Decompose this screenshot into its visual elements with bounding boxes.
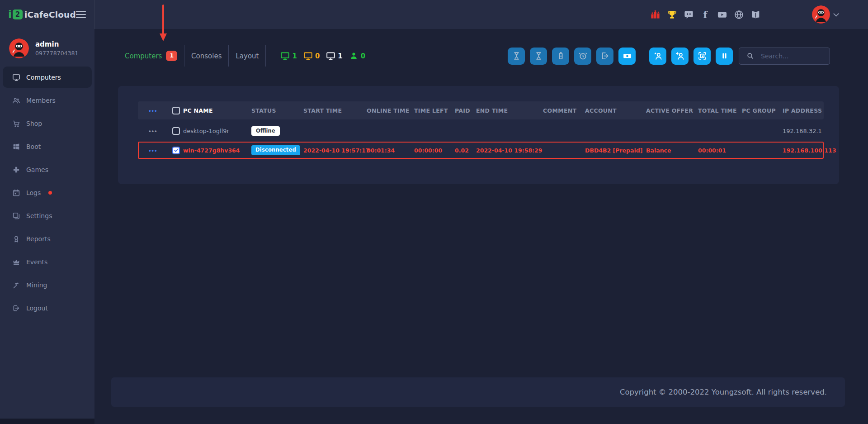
sidebar-item-label: Boot — [26, 143, 41, 150]
client-frame-button[interactable] — [693, 48, 711, 65]
search-box — [739, 48, 830, 65]
sidebar-item-mining[interactable]: Mining — [3, 274, 92, 295]
award-icon — [12, 235, 20, 243]
status-badge: Offline — [251, 126, 280, 136]
user-id: 097778704381 — [35, 50, 78, 57]
sidebar-item-logs[interactable]: Logs — [3, 182, 92, 203]
add-member-star-button[interactable] — [649, 48, 666, 65]
total-time: 00:00:01 — [693, 147, 737, 154]
tab-label: Consoles — [191, 52, 222, 60]
tab-consoles[interactable]: Consoles — [184, 45, 228, 67]
add-member-plus-button[interactable] — [671, 48, 689, 65]
sidebar-item-boot[interactable]: Boot — [3, 136, 92, 157]
computers-count-badge: 1 — [166, 51, 177, 61]
copyright-text: Copyright © 2000-2022 Youngzsoft. All ri… — [620, 388, 827, 396]
layers-icon — [12, 212, 20, 220]
monitor-white-icon — [326, 51, 335, 61]
sidebar-item-label: Mining — [26, 281, 47, 289]
sidebar-item-computers[interactable]: Computers — [3, 67, 92, 88]
youtube-icon[interactable] — [717, 9, 727, 20]
cash-button[interactable] — [618, 48, 636, 65]
top-header: i 2 iCafeCloud f — [0, 0, 868, 29]
sidebar-item-settings[interactable]: Settings — [3, 205, 92, 226]
sidebar-item-label: Shop — [26, 120, 42, 127]
tab-layout[interactable]: Layout — [229, 45, 265, 67]
sidebar-item-label: Logout — [26, 305, 48, 312]
notification-dot — [48, 191, 52, 195]
sidebar-item-members[interactable]: Members — [3, 90, 92, 111]
facebook-icon[interactable]: f — [700, 9, 711, 20]
pcs-busy-counter: 0 — [303, 51, 320, 61]
table-header-row: ••• PC NAME STATUS START TIME ONLINE TIM… — [138, 101, 824, 119]
discord-icon[interactable] — [683, 9, 694, 20]
sidebar-item-logout[interactable]: Logout — [3, 297, 92, 319]
tab-computers[interactable]: Computers 1 — [118, 45, 184, 67]
sidebar-item-reports[interactable]: Reports — [3, 228, 92, 249]
end-time: 2022-04-10 19:58:29 — [471, 147, 538, 154]
column-header: STATUS — [246, 107, 298, 114]
sidebar: admin 097778704381 Computers Members Sho… — [0, 29, 94, 424]
guide-book-icon[interactable] — [750, 9, 761, 20]
search-icon[interactable] — [739, 48, 761, 64]
column-header: COMMENT — [538, 107, 580, 114]
trophy-icon[interactable] — [666, 9, 677, 20]
column-header: IP ADDRESS — [778, 107, 824, 114]
alarm-button[interactable] — [574, 48, 591, 65]
ranking-icon[interactable] — [650, 9, 660, 20]
row-actions-button[interactable]: ••• — [149, 147, 158, 154]
checkmark-icon — [174, 148, 179, 153]
active-offer: Balance — [641, 147, 693, 154]
row-actions-button[interactable]: ••• — [149, 128, 158, 134]
brand-area: i 2 iCafeCloud — [0, 0, 94, 29]
cart-icon — [12, 119, 20, 128]
ip-address: 192.168.32.1 — [778, 128, 824, 134]
tab-label: Computers — [125, 52, 162, 60]
column-header: END TIME — [471, 107, 538, 114]
select-all-checkbox[interactable] — [172, 107, 180, 114]
sidebar-item-label: Reports — [26, 235, 51, 243]
logo-i-glyph: i — [8, 9, 12, 20]
globe-icon[interactable] — [733, 9, 744, 20]
logo-text: iCafeCloud — [24, 10, 76, 19]
gamepad-icon — [12, 166, 20, 174]
logout-icon — [12, 304, 20, 312]
hourglass-2-button[interactable] — [530, 48, 547, 65]
row-checkbox-checked[interactable] — [172, 147, 180, 154]
checkout-button[interactable] — [596, 48, 613, 65]
sidebar-bottom-strip — [0, 419, 94, 424]
table-row[interactable]: ••• desktop-1ogll9r Offline 192.168.32.1 — [138, 123, 824, 139]
menu-toggle-button[interactable] — [76, 9, 86, 20]
user-green-icon — [349, 51, 359, 61]
user-avatar — [812, 5, 830, 24]
app-logo[interactable]: i 2 iCafeCloud — [8, 9, 76, 20]
monitor-amber-icon — [303, 51, 313, 61]
user-menu[interactable] — [812, 5, 838, 24]
ip-address: 192.168.100.113 — [778, 147, 824, 154]
pc-name: desktop-1ogll9r — [183, 128, 229, 134]
column-header: TOTAL TIME — [693, 107, 737, 114]
status-badge: Disconnected — [251, 145, 300, 155]
hourglass-button[interactable] — [508, 48, 525, 65]
calendar-icon — [12, 189, 20, 197]
pc-name: win-4727g8hv364 — [183, 147, 240, 154]
column-header: ONLINE TIME — [362, 107, 409, 114]
toolbar — [503, 48, 830, 65]
sidebar-nav: Computers Members Shop Boot Games Logs S… — [0, 67, 94, 319]
annotation-arrow — [160, 5, 167, 43]
sidebar-item-shop[interactable]: Shop — [3, 113, 92, 134]
sidebar-item-label: Events — [26, 258, 47, 266]
pause-button[interactable] — [716, 48, 733, 65]
sidebar-item-games[interactable]: Games — [3, 159, 92, 180]
time-left: 00:00:00 — [409, 147, 450, 154]
account: DBD4B2 [Prepaid] — [580, 147, 641, 154]
search-input[interactable] — [761, 52, 830, 60]
monitor-icon — [12, 73, 20, 81]
table-row-highlighted[interactable]: ••• win-4727g8hv364 Disconnected 2022-04… — [138, 142, 824, 159]
battery-button[interactable] — [552, 48, 569, 65]
row-checkbox[interactable] — [172, 127, 180, 135]
bulk-actions-button[interactable]: ••• — [149, 107, 158, 114]
sidebar-item-events[interactable]: Events — [3, 251, 92, 272]
footer: Copyright © 2000-2022 Youngzsoft. All ri… — [111, 377, 845, 407]
sidebar-item-label: Logs — [26, 189, 41, 196]
user-avatar[interactable] — [9, 38, 29, 58]
